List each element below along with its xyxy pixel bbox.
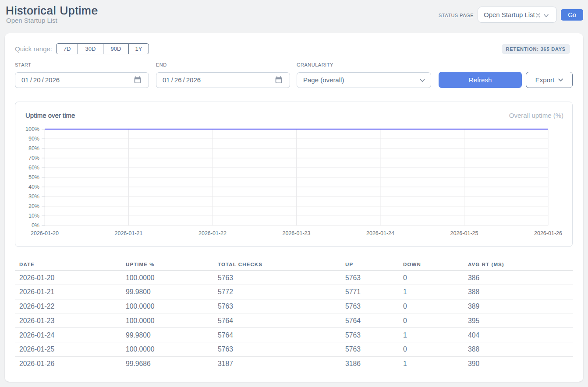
svg-text:70%: 70% bbox=[28, 155, 39, 161]
svg-text:2026-01-26: 2026-01-26 bbox=[534, 230, 562, 236]
svg-text:2026-01-22: 2026-01-22 bbox=[198, 230, 227, 236]
svg-text:2026-01-23: 2026-01-23 bbox=[283, 230, 311, 236]
svg-text:10%: 10% bbox=[28, 213, 39, 219]
svg-text:2026-01-25: 2026-01-25 bbox=[450, 230, 478, 236]
svg-text:60%: 60% bbox=[28, 165, 39, 171]
svg-text:100%: 100% bbox=[25, 126, 39, 132]
svg-text:2026-01-21: 2026-01-21 bbox=[115, 230, 143, 236]
svg-text:2026-01-24: 2026-01-24 bbox=[366, 230, 394, 236]
svg-text:0%: 0% bbox=[32, 222, 39, 229]
svg-text:30%: 30% bbox=[28, 194, 39, 200]
svg-text:50%: 50% bbox=[28, 174, 39, 180]
svg-text:80%: 80% bbox=[28, 145, 39, 151]
svg-text:2026-01-20: 2026-01-20 bbox=[31, 230, 59, 236]
svg-text:40%: 40% bbox=[28, 184, 39, 190]
svg-text:20%: 20% bbox=[28, 203, 39, 209]
svg-text:90%: 90% bbox=[28, 136, 39, 142]
